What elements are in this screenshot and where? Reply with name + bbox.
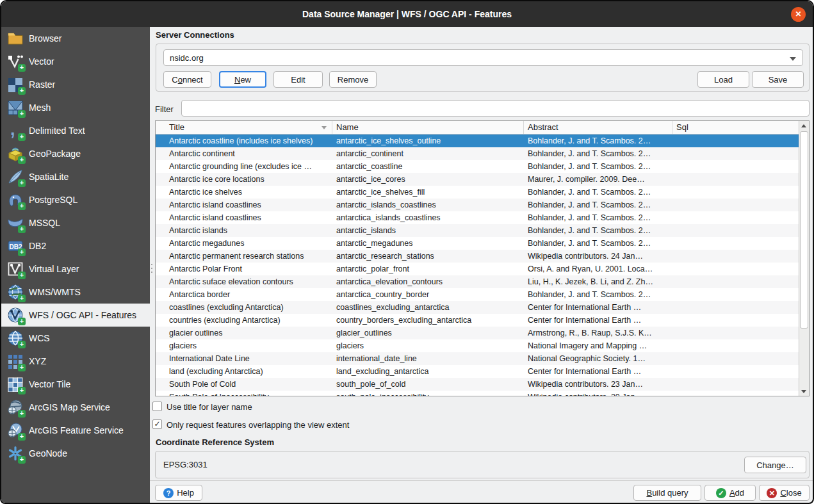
cell-name: antarctic_ice_shelves_fill	[332, 186, 524, 199]
cell-abs: Bohlander, J. and T. Scambos. 2…	[524, 211, 672, 224]
sidebar-item-delimited-text[interactable]: ,+Delimited Text	[1, 119, 150, 142]
use-title-checkbox[interactable]	[152, 402, 162, 411]
sidebar-item-wfs-ogc-api-features[interactable]: +WFS / OGC API - Features	[1, 304, 150, 327]
server-connections-group: nsidc.org Connect New Edit Remove Load S…	[156, 44, 810, 92]
cell-name: glacier_outlines	[332, 327, 524, 339]
table-row[interactable]: Antarctic Polar Frontantarctic_polar_fro…	[156, 263, 799, 275]
sidebar-item-mssql[interactable]: +MSSQL	[1, 211, 150, 234]
load-button[interactable]: Load	[697, 71, 749, 88]
titlebar[interactable]: Data Source Manager | WFS / OGC API - Fe…	[1, 1, 813, 27]
sidebar-item-mesh[interactable]: +Mesh	[1, 96, 150, 119]
build-query-button[interactable]: Build query	[633, 485, 701, 501]
table-row[interactable]: glacier outlinesglacier_outlinesArmstron…	[156, 327, 799, 339]
window-title: Data Source Manager | WFS / OGC API - Fe…	[1, 1, 813, 27]
table-row[interactable]: International Date Lineinternational_dat…	[156, 352, 799, 365]
sidebar-item-db2[interactable]: DB2+DB2	[1, 234, 150, 257]
table-row[interactable]: land (excluding Antarctica)land_excludin…	[156, 365, 799, 378]
new-button[interactable]: New	[219, 71, 266, 88]
filter-input[interactable]	[181, 100, 810, 117]
close-button[interactable]: ✕ Close	[759, 485, 810, 501]
cell-name: antarctic_islands	[332, 224, 524, 237]
table-row[interactable]: Antarctic island coastlinesantarctic_isl…	[156, 199, 799, 211]
sidebar-item-label: Vector Tile	[29, 379, 70, 389]
sidebar-item-postgresql[interactable]: +PostgreSQL	[1, 188, 150, 211]
add-button[interactable]: ✓ Add	[704, 485, 756, 501]
table-row[interactable]: countries (excluding Antarctica)country_…	[156, 314, 799, 327]
column-header-abstract[interactable]: Abstract	[524, 121, 672, 134]
table-row[interactable]: South Pole of Inaccessibilitysouth_pole_…	[156, 391, 799, 396]
postgresql-icon: +	[8, 192, 23, 207]
cell-name: coastlines_excluding_antarctica	[332, 301, 524, 314]
remove-button[interactable]: Remove	[329, 71, 377, 88]
connect-button[interactable]: Connect	[163, 71, 211, 88]
cell-abs: Wikipedia contributors. 23 Jan…	[524, 378, 672, 391]
help-button[interactable]: ? Help	[155, 485, 202, 501]
cell-sql	[672, 288, 799, 301]
wfs-icon: +	[8, 307, 23, 323]
column-header-sql[interactable]: Sql	[672, 121, 799, 134]
sidebar-item-vector-tile[interactable]: +Vector Tile	[1, 373, 150, 396]
sidebar-item-spatialite[interactable]: +SpatiaLite	[1, 165, 150, 188]
cell-abs: Maurer, J. compiler. 2009. Dee…	[524, 173, 672, 186]
sidebar-item-xyz[interactable]: +XYZ	[1, 350, 150, 373]
table-row[interactable]: Antarctic continentantarctic_continentBo…	[156, 147, 799, 160]
server-connections-label: Server Connections	[156, 30, 234, 40]
connection-select[interactable]: nsidc.org	[163, 49, 803, 66]
scrollbar-thumb[interactable]	[800, 131, 808, 329]
sort-indicator-icon	[322, 126, 327, 129]
cell-abs: Liu, H., K. Jezek, B. Li, and Z. Zh…	[524, 275, 672, 288]
edit-button[interactable]: Edit	[273, 71, 323, 88]
filter-label: Filter	[155, 104, 174, 114]
table-row[interactable]: Antarctic coastline (includes ice shelve…	[156, 134, 799, 147]
cell-title: Antarctic continent	[156, 147, 332, 160]
sidebar-item-label: Browser	[29, 33, 61, 44]
table-row[interactable]: Antarctic megadunesantarctic_megadunesBo…	[156, 237, 799, 250]
scroll-down-icon[interactable]	[799, 387, 809, 396]
table-row[interactable]: Antarctica borderantarctica_country_bord…	[156, 288, 799, 301]
sidebar-item-virtual-layer[interactable]: +Virtual Layer	[1, 257, 150, 280]
sidebar-item-arcgis-feature-service[interactable]: +ArcGIS Feature Service	[1, 419, 150, 442]
table-row[interactable]: South Pole of Coldsouth_pole_of_coldWiki…	[156, 378, 799, 391]
scroll-up-icon[interactable]	[799, 121, 809, 130]
table-row[interactable]: coastlines (excluding Antarctica)coastli…	[156, 301, 799, 314]
sidebar-item-geonode[interactable]: +GeoNode	[1, 442, 150, 465]
dialog-content: Browser+Vector+Raster+Mesh,+Delimited Te…	[1, 27, 813, 503]
crs-change-button[interactable]: Change…	[744, 457, 806, 473]
table-row[interactable]: Antarctic ice core locationsantarctic_ic…	[156, 173, 799, 186]
close-x-icon: ✕	[767, 488, 777, 498]
table-row[interactable]: Antarctic island coastlinesantarctica_is…	[156, 211, 799, 224]
table-row[interactable]: Antarctic ice shelvesantarctic_ice_shelv…	[156, 186, 799, 199]
sidebar-item-geopackage[interactable]: +GeoPackage	[1, 142, 150, 165]
vertical-scrollbar[interactable]	[799, 121, 809, 396]
cell-sql	[672, 301, 799, 314]
chevron-down-icon	[790, 57, 796, 61]
sidebar-item-wms-wmts[interactable]: +WMS/WMTS	[1, 280, 150, 304]
cell-name: antarctica_elevation_contours	[332, 275, 524, 288]
table-row[interactable]: Antarctic permanent research stationsant…	[156, 250, 799, 263]
window-close-button[interactable]: ✕	[791, 7, 806, 22]
cell-abs: Orsi, A. and Ryan, U. 2001. Loca…	[524, 263, 672, 275]
cell-abs: Bohlander, J. and T. Scambos. 2…	[524, 199, 672, 211]
sidebar-item-browser[interactable]: Browser	[1, 27, 150, 50]
cell-title: Antarctic coastline (includes ice shelve…	[156, 134, 332, 147]
sidebar-item-arcgis-map-service[interactable]: +ArcGIS Map Service	[1, 396, 150, 419]
table-row[interactable]: Antarctic islandsantarctic_islandsBohlan…	[156, 224, 799, 237]
table-row[interactable]: Antarctic grounding line (excludes ice ……	[156, 160, 799, 173]
cell-name: antarctic_islands_coastlines	[332, 199, 524, 211]
only-overlapping-checkbox[interactable]: ✓	[152, 419, 162, 429]
table-row[interactable]: Antarctic suface elevation contoursantar…	[156, 275, 799, 288]
source-type-sidebar: Browser+Vector+Raster+Mesh,+Delimited Te…	[1, 27, 150, 503]
cell-abs: Wikipedia contributors. 24 Jan…	[524, 250, 672, 263]
sidebar-item-raster[interactable]: +Raster	[1, 73, 150, 96]
footer-separator	[150, 480, 813, 481]
add-plus-icon: +	[18, 410, 26, 418]
save-button[interactable]: Save	[752, 71, 804, 88]
sidebar-item-vector[interactable]: +Vector	[1, 50, 150, 73]
table-row[interactable]: glaciersglaciersNational Imagery and Map…	[156, 339, 799, 352]
cell-sql	[672, 365, 799, 378]
column-header-title[interactable]: Title	[156, 121, 332, 134]
sidebar-item-wcs[interactable]: +WCS	[1, 327, 150, 350]
cell-sql	[672, 339, 799, 352]
cell-name: south_pole_inaccessibility	[332, 391, 524, 396]
column-header-name[interactable]: Name	[332, 121, 524, 134]
